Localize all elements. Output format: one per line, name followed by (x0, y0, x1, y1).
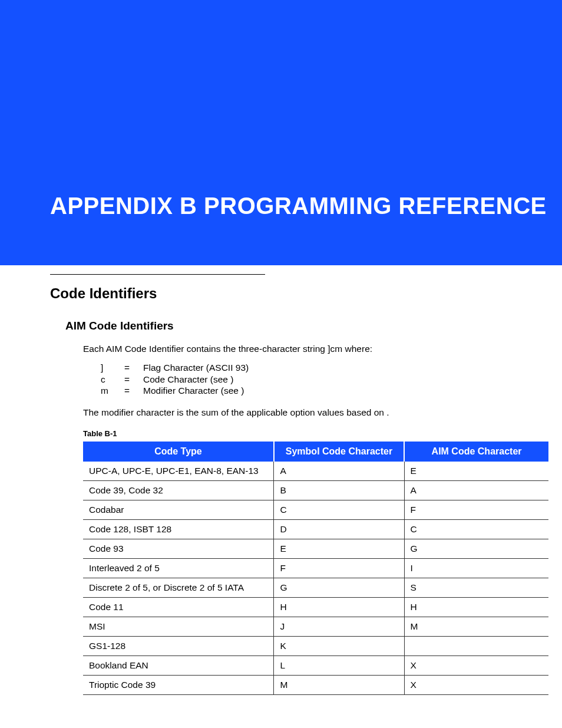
table-cell: D (274, 520, 404, 539)
table-cell: H (404, 598, 548, 617)
table-cell: A (274, 462, 404, 481)
table-cell: Code 11 (83, 598, 274, 617)
header-rule (50, 274, 265, 275)
table-cell: Code 93 (83, 539, 274, 559)
table-cell: Discrete 2 of 5, or Discrete 2 of 5 IATA (83, 578, 274, 598)
table-row: Code 93EG (83, 539, 548, 559)
table-body: UPC-A, UPC-E, UPC-E1, EAN-8, EAN-13AECod… (83, 462, 548, 695)
def-symbol: c (101, 374, 124, 385)
table-row: MSIJM (83, 617, 548, 637)
table-cell: Codabar (83, 500, 274, 520)
table-cell: S (404, 578, 548, 598)
def-description: Modifier Character (see ) (143, 385, 244, 396)
def-equals: = (124, 385, 143, 396)
def-symbol: ] (101, 362, 124, 373)
table-cell: G (274, 578, 404, 598)
table-row: GS1-128K (83, 637, 548, 656)
table-cell: J (274, 617, 404, 637)
def-description: Code Character (see ) (143, 374, 233, 385)
table-cell (404, 637, 548, 656)
table-cell: MSI (83, 617, 274, 637)
table-cell: UPC-A, UPC-E, UPC-E1, EAN-8, EAN-13 (83, 462, 274, 481)
table-cell: E (404, 462, 548, 481)
table-cell: Trioptic Code 39 (83, 676, 274, 695)
table-cell: X (404, 676, 548, 695)
def-description: Flag Character (ASCII 93) (143, 362, 249, 373)
page-header-banner: APPENDIX B PROGRAMMING REFERENCE (0, 0, 562, 265)
table-header-code-type: Code Type (83, 442, 274, 462)
table-cell: B (274, 481, 404, 500)
definition-list: ] = Flag Character (ASCII 93) c = Code C… (101, 362, 512, 396)
table-cell: C (274, 500, 404, 520)
def-equals: = (124, 362, 143, 373)
table-cell: Code 128, ISBT 128 (83, 520, 274, 539)
definition-row: ] = Flag Character (ASCII 93) (101, 362, 512, 373)
table-header-row: Code Type Symbol Code Character AIM Code… (83, 442, 548, 462)
table-cell: M (274, 676, 404, 695)
definition-row: c = Code Character (see ) (101, 374, 512, 385)
table-cell: Code 39, Code 32 (83, 481, 274, 500)
def-symbol: m (101, 385, 124, 396)
table-cell: G (404, 539, 548, 559)
appendix-title: APPENDIX B PROGRAMMING REFERENCE (50, 193, 547, 219)
table-header-symbol-code-character: Symbol Code Character (274, 442, 404, 462)
table-cell: Interleaved 2 of 5 (83, 559, 274, 578)
table-cell: I (404, 559, 548, 578)
table-cell: L (274, 656, 404, 676)
table-row: Discrete 2 of 5, or Discrete 2 of 5 IATA… (83, 578, 548, 598)
table-cell: GS1-128 (83, 637, 274, 656)
table-cell: M (404, 617, 548, 637)
page-content: Code Identifiers AIM Code Identifiers Ea… (0, 274, 562, 695)
table-cell: C (404, 520, 548, 539)
table-cell: A (404, 481, 548, 500)
table-row: Interleaved 2 of 5FI (83, 559, 548, 578)
table-cell: X (404, 656, 548, 676)
table-cell: Bookland EAN (83, 656, 274, 676)
table-row: Trioptic Code 39MX (83, 676, 548, 695)
modifier-note: The modifier character is the sum of the… (83, 407, 512, 419)
table-cell: H (274, 598, 404, 617)
table-cell: E (274, 539, 404, 559)
code-identifiers-table: Code Type Symbol Code Character AIM Code… (83, 442, 548, 695)
table-caption: Table B-1 (83, 429, 512, 438)
section-heading-code-identifiers: Code Identifiers (50, 285, 512, 302)
table-cell: F (404, 500, 548, 520)
table-header-aim-code-character: AIM Code Character (404, 442, 548, 462)
intro-paragraph: Each AIM Code Identifier contains the th… (83, 343, 512, 355)
table-cell: F (274, 559, 404, 578)
table-row: Code 39, Code 32BA (83, 481, 548, 500)
definition-row: m = Modifier Character (see ) (101, 385, 512, 396)
table-row: Bookland EANLX (83, 656, 548, 676)
def-equals: = (124, 374, 143, 385)
table-row: UPC-A, UPC-E, UPC-E1, EAN-8, EAN-13AE (83, 462, 548, 481)
table-cell: K (274, 637, 404, 656)
subsection-heading-aim-code-identifiers: AIM Code Identifiers (65, 319, 512, 332)
table-row: Code 11HH (83, 598, 548, 617)
table-row: Code 128, ISBT 128DC (83, 520, 548, 539)
table-row: CodabarCF (83, 500, 548, 520)
